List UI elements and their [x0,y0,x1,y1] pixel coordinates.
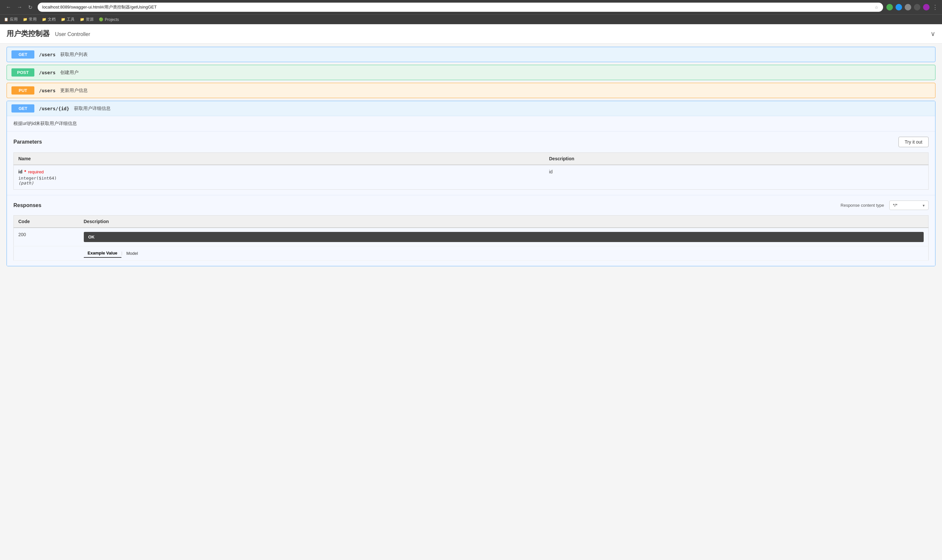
bookmark-apps[interactable]: 📋 应用 [4,17,18,22]
browser-actions: ⋮ [886,4,938,11]
bookmark-resources-label: 资源 [86,17,94,22]
endpoint-get-users-header[interactable]: GET /users 获取用户列表 [7,47,935,62]
endpoint-get-detail-header[interactable]: GET /users/{id} 获取用户详细信息 [7,101,935,116]
post-badge: POST [11,68,34,77]
endpoints-container: GET /users 获取用户列表 POST /users 创建用户 PUT /… [0,43,942,272]
put-badge: PUT [11,86,34,95]
page-content: 用户类控制器 User Controller ∨ GET /users 获取用户… [0,24,942,560]
param-desc-text: id [549,169,553,174]
endpoint-put-users-header[interactable]: PUT /users 更新用户信息 [7,83,935,98]
controller-subtitle: User Controller [55,31,90,37]
response-content-type-label: Response content type [840,203,884,208]
response-200-row: 200 OK [14,228,928,246]
responses-header-row: Code Description [14,215,928,228]
extension-icon-1 [886,4,893,11]
endpoint-post-users-header[interactable]: POST /users 创建用户 [7,65,935,80]
param-location: (path) [19,180,540,185]
get-users-path: /users [39,52,56,57]
resources-icon: 📁 [80,17,85,22]
endpoint-get-users: GET /users 获取用户列表 [6,47,936,62]
param-description-cell: id [545,165,928,190]
responses-header: Responses Response content type */* [14,200,928,210]
post-users-path: /users [39,70,56,75]
ok-label: OK [88,235,95,240]
try-it-out-button[interactable]: Try it out [899,137,928,147]
example-spacer [14,246,79,261]
content-type-select-wrapper: */* [889,200,928,210]
collapse-icon[interactable]: ∨ [931,30,936,38]
model-tab[interactable]: Model [122,249,142,258]
controller-header: 用户类控制器 User Controller ∨ [0,24,942,43]
extension-icon-2 [896,4,902,11]
endpoint-detail-body: 根据url的id来获取用户详细信息 Parameters Try it out … [7,116,935,266]
required-label: required [28,169,44,174]
param-type: integer($int64) [19,175,540,180]
nav-buttons: ← → ↻ [4,4,34,11]
controller-title: 用户类控制器 [6,29,50,38]
param-name: id [19,169,22,174]
bookmark-tools[interactable]: 📁 工具 [61,17,75,22]
endpoint-detail-description: 根据url的id来获取用户详细信息 [7,116,935,131]
required-star: * [24,169,26,174]
parameters-header: Parameters Try it out [14,137,928,147]
bookmark-common-label: 常用 [29,17,37,22]
forward-button[interactable]: → [15,4,24,11]
response-200-code: 200 [14,228,79,246]
params-col-name: Name [14,153,545,165]
projects-icon: 🟢 [99,17,103,22]
example-value-row: Example Value | Model [14,246,928,261]
bookmarks-bar: 📋 应用 📁 常用 📁 文档 📁 工具 📁 资源 🟢 Projects [0,14,942,24]
browser-chrome: ← → ↻ localhost:8089/swagger-ui.html#/用户… [0,0,942,14]
bookmark-docs[interactable]: 📁 文档 [42,17,56,22]
responses-table: Code Description 200 OK [14,215,928,261]
ok-badge: OK [84,232,924,242]
back-button[interactable]: ← [4,4,13,11]
address-bar[interactable]: localhost:8089/swagger-ui.html#/用户类控制器/g… [38,3,883,12]
post-users-desc: 创建用户 [60,70,79,75]
tools-icon: 📁 [61,17,65,22]
response-200-desc: OK [79,228,928,246]
endpoint-post-users: POST /users 创建用户 [6,65,936,80]
bookmark-common[interactable]: 📁 常用 [23,17,37,22]
param-name-cell: id * required integer($int64) (path) [14,165,545,190]
get-detail-badge: GET [11,105,34,112]
extension-icon-4 [914,4,920,11]
get-detail-desc: 获取用户详细信息 [74,106,111,112]
parameters-title: Parameters [14,139,42,145]
put-users-path: /users [39,88,56,93]
extension-icon-5 [923,4,930,11]
param-row-id: id * required integer($int64) (path) id [14,165,928,190]
refresh-button[interactable]: ↻ [26,4,34,11]
bookmark-tools-label: 工具 [67,17,75,22]
bookmark-projects[interactable]: 🟢 Projects [99,17,119,22]
endpoint-put-users: PUT /users 更新用户信息 [6,83,936,98]
params-table: Name Description id * required integer( [14,152,928,190]
extension-icon-3 [905,4,911,11]
example-tabs: Example Value | Model [84,249,924,258]
parameters-section: Parameters Try it out Name Description [7,131,935,195]
get-users-desc: 获取用户列表 [60,52,88,58]
bookmark-apps-label: 应用 [10,17,18,22]
detail-desc-text: 根据url的id来获取用户详细信息 [14,121,77,126]
put-users-desc: 更新用户信息 [60,88,88,94]
bookmark-resources[interactable]: 📁 资源 [80,17,94,22]
content-type-select[interactable]: */* [889,200,928,210]
responses-title: Responses [14,203,41,208]
responses-col-description: Description [79,215,928,228]
controller-title-area: 用户类控制器 User Controller [6,29,90,38]
endpoint-get-user-detail: GET /users/{id} 获取用户详细信息 根据url的id来获取用户详细… [6,101,936,266]
bookmark-docs-label: 文档 [48,17,56,22]
address-text: localhost:8089/swagger-ui.html#/用户类控制器/g… [42,4,872,10]
responses-col-code: Code [14,215,79,228]
docs-icon: 📁 [42,17,46,22]
common-icon: 📁 [23,17,28,22]
params-col-description: Description [545,153,928,165]
response-content-type-area: Response content type */* [840,200,928,210]
example-tabs-cell: Example Value | Model [79,246,928,261]
get-badge: GET [11,50,34,58]
responses-section: Responses Response content type */* [7,195,935,266]
example-value-tab[interactable]: Example Value [84,249,122,258]
bookmark-projects-label: Projects [105,17,119,22]
star-icon: ☆ [874,5,879,10]
menu-icon[interactable]: ⋮ [932,4,938,11]
